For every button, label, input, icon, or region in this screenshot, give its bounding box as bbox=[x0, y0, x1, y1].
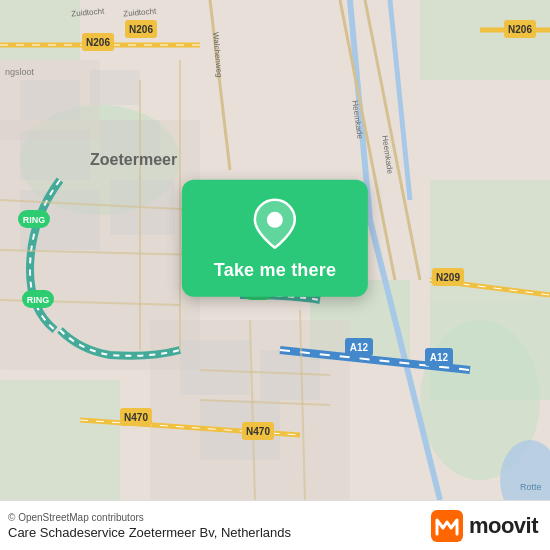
bottom-bar: © OpenStreetMap contributors Care Schade… bbox=[0, 500, 550, 550]
svg-rect-2 bbox=[0, 0, 80, 60]
bottom-left: © OpenStreetMap contributors Care Schade… bbox=[8, 512, 291, 540]
svg-text:A12: A12 bbox=[430, 352, 449, 363]
svg-text:Rotte: Rotte bbox=[520, 482, 542, 492]
svg-text:N470: N470 bbox=[246, 426, 270, 437]
location-pin-icon bbox=[253, 198, 297, 250]
moovit-text: moovit bbox=[469, 513, 538, 539]
svg-text:RING: RING bbox=[27, 295, 50, 305]
take-me-there-button[interactable]: Take me there bbox=[182, 180, 368, 297]
svg-text:N206: N206 bbox=[508, 24, 532, 35]
svg-text:N209: N209 bbox=[436, 272, 460, 283]
svg-text:Zoetermeer: Zoetermeer bbox=[90, 151, 177, 168]
button-overlay: Take me there bbox=[182, 180, 368, 297]
svg-rect-6 bbox=[0, 380, 120, 500]
moovit-logo[interactable]: moovit bbox=[431, 510, 538, 542]
svg-text:N206: N206 bbox=[86, 37, 110, 48]
moovit-icon bbox=[431, 510, 463, 542]
svg-text:RING: RING bbox=[23, 215, 46, 225]
map-container: Rotte bbox=[0, 0, 550, 500]
take-me-there-label: Take me there bbox=[214, 260, 336, 281]
svg-rect-17 bbox=[20, 80, 80, 120]
svg-rect-3 bbox=[420, 0, 550, 80]
osm-credit: © OpenStreetMap contributors bbox=[8, 512, 291, 523]
svg-rect-23 bbox=[180, 340, 250, 395]
svg-text:N470: N470 bbox=[124, 412, 148, 423]
svg-rect-19 bbox=[20, 130, 90, 180]
svg-rect-18 bbox=[90, 70, 140, 105]
svg-text:N206: N206 bbox=[129, 24, 153, 35]
svg-text:ngsloot: ngsloot bbox=[5, 67, 35, 77]
location-name: Care Schadeservice Zoetermeer Bv, Nether… bbox=[8, 525, 291, 540]
svg-text:A12: A12 bbox=[350, 342, 369, 353]
svg-point-76 bbox=[267, 212, 283, 228]
